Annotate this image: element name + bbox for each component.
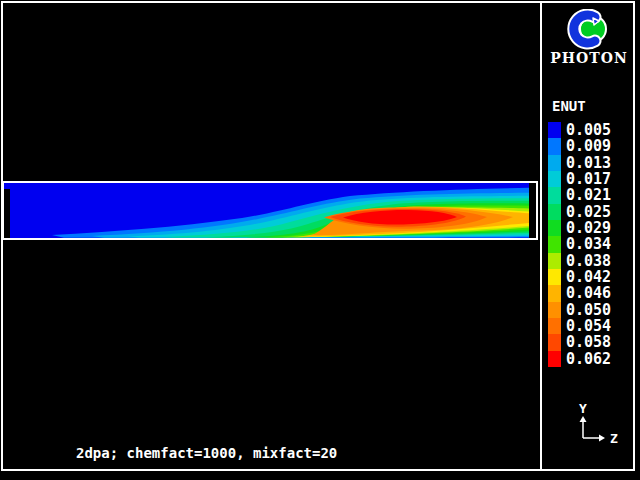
legend-value: 0.034 xyxy=(566,236,611,252)
legend-swatch xyxy=(548,318,561,334)
legend-value: 0.038 xyxy=(566,253,611,269)
legend-row: 0.054 xyxy=(548,318,611,334)
legend-swatch xyxy=(548,285,561,301)
legend-value: 0.029 xyxy=(566,220,611,236)
legend-swatch xyxy=(548,302,561,318)
legend-value: 0.005 xyxy=(566,122,611,138)
plot-caption: 2dpa; chemfact=1000, mixfact=20 xyxy=(76,445,337,461)
legend-row: 0.038 xyxy=(548,253,611,269)
color-legend: 0.0050.0090.0130.0170.0210.0250.0290.034… xyxy=(548,122,611,367)
legend-swatch xyxy=(548,269,561,285)
app-name-label: PHOTON xyxy=(542,50,636,66)
legend-value: 0.025 xyxy=(566,204,611,220)
sidebar-divider xyxy=(540,2,542,471)
legend-row: 0.034 xyxy=(548,236,611,252)
contour-plot[interactable] xyxy=(2,181,538,240)
legend-row: 0.013 xyxy=(548,155,611,171)
legend-swatch xyxy=(548,204,561,220)
photon-window: 2dpa; chemfact=1000, mixfact=20 PHOTON E… xyxy=(0,0,640,480)
legend-swatch xyxy=(548,220,561,236)
legend-value: 0.009 xyxy=(566,138,611,154)
legend-value: 0.017 xyxy=(566,171,611,187)
legend-row: 0.017 xyxy=(548,171,611,187)
legend-value: 0.021 xyxy=(566,187,611,203)
outflow-strip xyxy=(529,183,536,238)
legend-swatch xyxy=(548,253,561,269)
legend-row: 0.005 xyxy=(548,122,611,138)
axis-z-label: Z xyxy=(610,431,618,446)
legend-row: 0.062 xyxy=(548,351,611,367)
legend-row: 0.042 xyxy=(548,269,611,285)
legend-swatch xyxy=(548,155,561,171)
photon-logo-icon xyxy=(566,9,610,51)
legend-value: 0.042 xyxy=(566,269,611,285)
legend-value: 0.054 xyxy=(566,318,611,334)
legend-value: 0.046 xyxy=(566,285,611,301)
legend-row: 0.046 xyxy=(548,285,611,301)
legend-swatch xyxy=(548,187,561,203)
axis-y-label: Y xyxy=(579,401,587,416)
legend-value: 0.013 xyxy=(566,155,611,171)
legend-row: 0.029 xyxy=(548,220,611,236)
legend-row: 0.025 xyxy=(548,204,611,220)
legend-value: 0.050 xyxy=(566,302,611,318)
legend-swatch xyxy=(548,122,561,138)
legend-swatch xyxy=(548,236,561,252)
legend-swatch xyxy=(548,138,561,154)
contour-plot-canvas xyxy=(4,183,536,238)
legend-swatch xyxy=(548,334,561,350)
legend-row: 0.009 xyxy=(548,138,611,154)
legend-row: 0.058 xyxy=(548,334,611,350)
legend-row: 0.050 xyxy=(548,302,611,318)
legend-row: 0.021 xyxy=(548,187,611,203)
legend-swatch xyxy=(548,351,561,367)
axis-indicator-icon: Y Z xyxy=(570,398,630,448)
legend-swatch xyxy=(548,171,561,187)
inlet-bar xyxy=(4,189,10,238)
legend-variable-label: ENUT xyxy=(552,98,586,114)
legend-value: 0.062 xyxy=(566,351,611,367)
legend-value: 0.058 xyxy=(566,334,611,350)
